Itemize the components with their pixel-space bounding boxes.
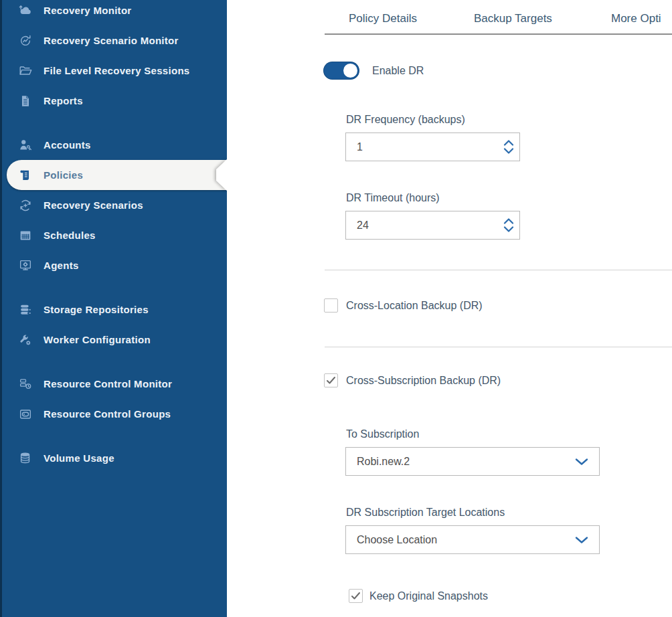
sidebar-item-resource-control-groups[interactable]: Resource Control Groups [2, 399, 227, 429]
calendar-icon [17, 228, 33, 244]
spinner-down-icon[interactable] [503, 148, 514, 154]
sidebar-item-label: Agents [44, 260, 79, 271]
sidebar-item-label: Resource Control Monitor [44, 378, 172, 389]
sidebar-item-label: Accounts [44, 139, 91, 151]
dr-timeout-label: DR Timeout (hours) [346, 192, 440, 204]
section-divider [325, 347, 672, 347]
dr-frequency-spinner [503, 133, 514, 161]
dr-frequency-value: 1 [346, 133, 519, 161]
volume-db-icon [17, 450, 33, 466]
policy-dr-panel: Policy Details Backup Targets More Opti … [227, 0, 672, 617]
enable-dr-label: Enable DR [372, 65, 424, 77]
enable-dr-toggle[interactable] [323, 62, 359, 80]
sidebar-item-label: File Level Recovery Sessions [44, 65, 190, 76]
sidebar-item-label: Storage Repositories [44, 304, 149, 315]
section-divider [325, 270, 672, 270]
sidebar-item-label: Policies [44, 169, 83, 181]
sidebar-item-label: Schedules [44, 230, 96, 241]
dr-timeout-value: 24 [346, 211, 519, 239]
storage-stack-icon [17, 302, 33, 318]
resource-monitor-icon [17, 376, 33, 392]
report-icon [17, 93, 33, 109]
sidebar-item-file-level-recovery-sessions[interactable]: File Level Recovery Sessions [2, 56, 227, 86]
sidebar-item-volume-usage[interactable]: Volume Usage [2, 443, 227, 473]
sidebar-item-label: Volume Usage [44, 452, 114, 464]
sidebar-item-recovery-monitor[interactable]: Recovery Monitor [2, 0, 227, 25]
keep-snapshots-label: Keep Original Snapshots [369, 590, 488, 602]
spinner-down-icon[interactable] [503, 226, 514, 232]
dr-frequency-input[interactable]: 1 [345, 133, 520, 161]
toggle-knob [343, 64, 357, 78]
scenario-monitor-icon [17, 33, 33, 49]
resource-groups-icon [17, 406, 33, 422]
tab-policy-details[interactable]: Policy Details [349, 12, 417, 25]
chevron-down-icon [575, 536, 588, 543]
sidebar-item-label: Reports [44, 95, 83, 106]
checkmark-icon [351, 591, 361, 601]
to-subscription-label: To Subscription [346, 428, 419, 440]
cross-location-label: Cross-Location Backup (DR) [346, 300, 483, 312]
sidebar-nav: Recovery Monitor Recovery Scenario Monit… [2, 0, 227, 473]
selected-item-notch [216, 169, 227, 181]
sidebar-item-storage-repositories[interactable]: Storage Repositories [2, 294, 227, 325]
app-window: Recovery Monitor Recovery Scenario Monit… [0, 0, 672, 617]
target-locations-select[interactable]: Choose Location [345, 525, 600, 554]
tab-more-options[interactable]: More Opti [611, 12, 661, 25]
dr-timeout-spinner [503, 211, 514, 239]
folder-open-icon [17, 63, 33, 79]
sidebar-item-schedules[interactable]: Schedules [2, 220, 227, 250]
cross-subscription-checkbox[interactable] [324, 373, 338, 387]
spinner-up-icon[interactable] [503, 140, 514, 146]
spinner-up-icon[interactable] [503, 218, 514, 224]
dr-timeout-input[interactable]: 24 [345, 211, 520, 240]
sidebar-item-worker-configuration[interactable]: Worker Configuration [2, 325, 227, 355]
worker-tools-icon [17, 332, 33, 348]
sidebar-item-label: Recovery Scenarios [44, 199, 143, 211]
sidebar-item-recovery-scenario-monitor[interactable]: Recovery Scenario Monitor [2, 25, 227, 56]
agent-monitor-icon [17, 258, 33, 274]
sidebar-item-label: Recovery Monitor [44, 5, 132, 16]
sidebar-item-recovery-scenarios[interactable]: Recovery Scenarios [2, 190, 227, 220]
sidebar-item-reports[interactable]: Reports [2, 86, 227, 116]
sidebar-item-resource-control-monitor[interactable]: Resource Control Monitor [2, 369, 227, 399]
keep-snapshots-checkbox[interactable] [349, 589, 363, 603]
sidebar-item-label: Worker Configuration [44, 334, 151, 345]
sidebar-item-label: Resource Control Groups [44, 408, 171, 420]
to-subscription-select[interactable]: Robi.new.2 [345, 447, 600, 476]
sidebar-item-accounts[interactable]: Accounts [2, 130, 227, 160]
tab-backup-targets[interactable]: Backup Targets [474, 12, 552, 25]
cross-location-checkbox[interactable] [324, 298, 338, 313]
target-locations-value: Choose Location [346, 526, 599, 553]
sidebar: Recovery Monitor Recovery Scenario Monit… [0, 0, 227, 617]
scenario-plus-icon [17, 197, 33, 213]
sidebar-item-agents[interactable]: Agents [2, 250, 227, 280]
cross-subscription-label: Cross-Subscription Backup (DR) [346, 375, 501, 387]
to-subscription-value: Robi.new.2 [346, 448, 599, 475]
chevron-down-icon [575, 458, 588, 465]
user-key-icon [17, 137, 33, 153]
checkmark-icon [326, 375, 336, 385]
tabs-underline [325, 33, 672, 35]
sidebar-item-label: Recovery Scenario Monitor [44, 35, 179, 46]
dr-frequency-label: DR Frequency (backups) [346, 114, 465, 126]
cloud-restore-icon [17, 3, 33, 19]
target-locations-label: DR Subscription Target Locations [346, 507, 505, 519]
policy-scroll-icon [17, 167, 33, 183]
sidebar-item-policies[interactable]: Policies [7, 160, 227, 190]
